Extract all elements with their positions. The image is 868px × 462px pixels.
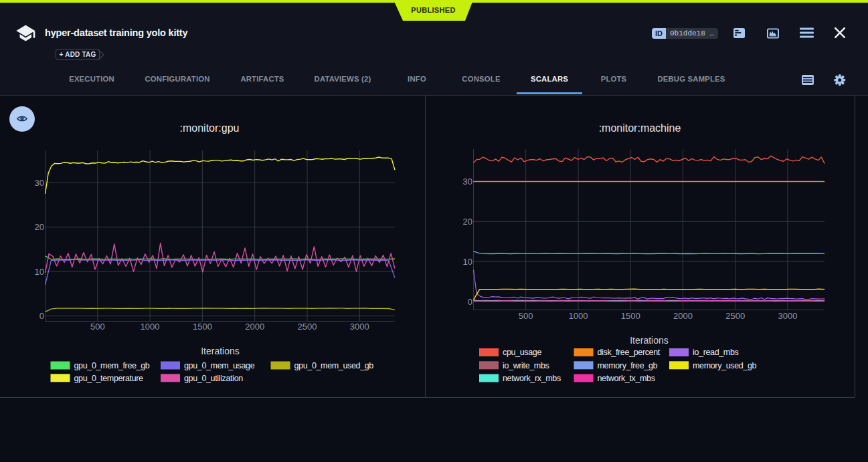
svg-text:1500: 1500 — [621, 311, 640, 321]
svg-text:disk_free_percent: disk_free_percent — [598, 348, 661, 357]
svg-text:3000: 3000 — [350, 322, 369, 332]
svg-text:io_write_mbs: io_write_mbs — [503, 361, 549, 370]
svg-text:10: 10 — [35, 267, 44, 277]
svg-text:memory_used_gb: memory_used_gb — [693, 361, 757, 370]
svg-text:gpu_0_temperature: gpu_0_temperature — [74, 374, 144, 383]
svg-text:1000: 1000 — [569, 311, 588, 321]
svg-text:gpu_0_mem_free_gb: gpu_0_mem_free_gb — [74, 361, 150, 370]
svg-text:network_tx_mbs: network_tx_mbs — [598, 374, 655, 383]
svg-text:30: 30 — [463, 177, 472, 187]
svg-text:Iterations: Iterations — [201, 346, 240, 356]
svg-text:gpu_0_utilization: gpu_0_utilization — [184, 374, 243, 383]
svg-text:2000: 2000 — [673, 311, 693, 321]
svg-text:io_read_mbs: io_read_mbs — [693, 348, 739, 357]
svg-text:memory_free_gb: memory_free_gb — [598, 361, 658, 370]
svg-text:2000: 2000 — [245, 322, 264, 332]
svg-text:20: 20 — [35, 222, 44, 232]
svg-text::monitor:gpu: :monitor:gpu — [180, 122, 240, 134]
svg-text:1500: 1500 — [193, 322, 212, 332]
svg-text:network_rx_mbs: network_rx_mbs — [503, 374, 561, 383]
svg-text:10: 10 — [463, 257, 472, 267]
svg-text:0: 0 — [39, 311, 44, 321]
svg-text:cpu_usage: cpu_usage — [503, 348, 541, 357]
svg-text:3000: 3000 — [778, 311, 797, 321]
svg-text:0: 0 — [468, 297, 472, 307]
svg-text::monitor:machine: :monitor:machine — [599, 122, 681, 134]
svg-text:500: 500 — [90, 322, 105, 332]
svg-text:1000: 1000 — [141, 322, 160, 332]
svg-text:gpu_0_mem_used_gb: gpu_0_mem_used_gb — [294, 361, 374, 370]
svg-text:2500: 2500 — [298, 322, 317, 332]
svg-text:20: 20 — [463, 217, 472, 227]
svg-text:2500: 2500 — [725, 311, 745, 321]
svg-text:30: 30 — [35, 178, 44, 188]
svg-text:gpu_0_mem_usage: gpu_0_mem_usage — [184, 361, 255, 370]
svg-text:500: 500 — [519, 311, 533, 321]
svg-text:Iterations: Iterations — [630, 335, 669, 346]
